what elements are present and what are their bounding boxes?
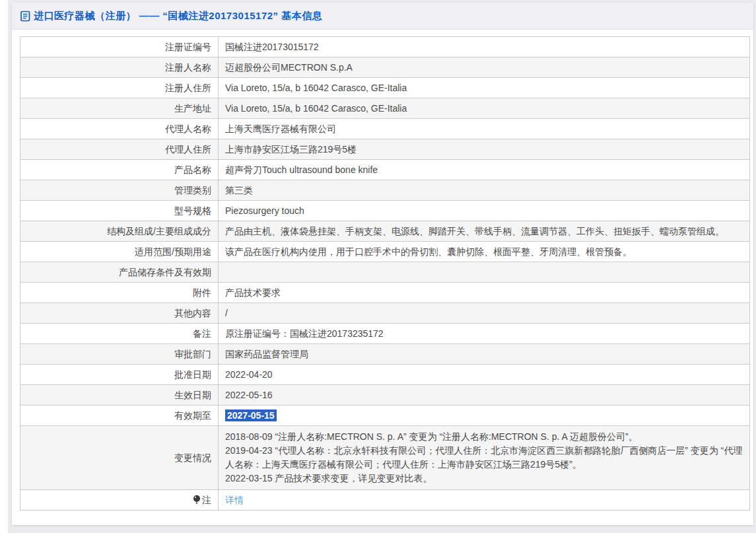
row-value	[219, 262, 750, 283]
row-value: 国械注进20173015172	[219, 37, 750, 57]
page-header: 进口医疗器械（注册） —— “国械注进20173015172” 基本信息	[12, 3, 753, 30]
table-row: 有效期至2027-05-15	[20, 406, 750, 426]
row-value: 上海市静安区江场三路219号5楼	[219, 139, 750, 160]
table-row: 生产地址Via Loreto, 15/a, b 16042 Carasco, G…	[20, 98, 750, 119]
row-label: 附件	[20, 283, 219, 303]
row-label: 注册人住所	[20, 78, 219, 98]
row-label: 批准日期	[20, 365, 219, 385]
selected-text: 2027-05-15	[225, 409, 277, 421]
row-value: /	[219, 303, 750, 324]
table-row: 其他内容/	[20, 303, 750, 324]
table-row: 附件产品技术要求	[20, 283, 750, 303]
table-row: 产品名称超声骨刀Touch ultrasound bone knife	[20, 160, 750, 180]
row-value: Piezosurgery touch	[219, 201, 750, 221]
table-row: 变更情况2018-08-09 “注册人名称:MECTRON S. p. A” 变…	[20, 426, 750, 490]
row-label: 有效期至	[20, 406, 219, 426]
table-row: 注册人住所Via Loreto, 15/a, b 16042 Carasco, …	[20, 78, 750, 98]
table-row: 代理人名称上海天鹰医疗器械有限公司	[20, 119, 750, 139]
row-value: 上海天鹰医疗器械有限公司	[219, 119, 750, 139]
row-label: 产品名称	[20, 160, 219, 180]
row-value: 2018-08-09 “注册人名称:MECTRON S. p. A” 变更为 “…	[219, 426, 750, 490]
table-row: 型号规格Piezosurgery touch	[20, 201, 750, 221]
row-value: 2022-04-20	[219, 365, 750, 385]
document-icon	[20, 11, 30, 22]
row-value: 迈超股份公司MECTRON S.p.A	[219, 57, 750, 78]
change-record-line: 2018-08-09 “注册人名称:MECTRON S. p. A” 变更为 “…	[225, 430, 743, 444]
row-value: 国家药品监督管理局	[219, 344, 750, 365]
row-value: 第三类	[219, 180, 750, 201]
content-panel: 进口医疗器械（注册） —— “国械注进20173015172” 基本信息 注册证…	[12, 3, 753, 525]
row-value: 该产品在医疗机构内使用，用于口腔手术中的骨切割、囊肿切除、根面平整、牙周清理、根…	[219, 242, 750, 262]
row-value: 2022-05-16	[219, 385, 750, 406]
row-value: 详情	[219, 490, 750, 511]
row-label: 代理人名称	[20, 119, 219, 139]
change-record-line: 2019-04-23 “代理人名称：北京永轩科技有限公司；代理人住所：北京市海淀…	[225, 444, 743, 472]
page-title: 进口医疗器械（注册） —— “国械注进20173015172” 基本信息	[34, 10, 322, 22]
table-row: 注册人名称迈超股份公司MECTRON S.p.A	[20, 57, 750, 78]
table-row: 注册证编号国械注进20173015172	[20, 37, 750, 57]
row-value: 2027-05-15	[219, 406, 750, 426]
row-value: Via Loreto, 15/a, b 16042 Carasco, GE-It…	[219, 98, 750, 119]
row-label: 注	[20, 490, 219, 511]
row-value: 产品由主机、液体袋悬挂架、手柄支架、电源线、脚踏开关、带线手柄、流量调节器、工作…	[219, 221, 750, 242]
row-value: 产品技术要求	[219, 283, 750, 303]
table-row: 注详情	[20, 490, 750, 511]
table-row: 管理类别第三类	[20, 180, 750, 201]
row-label: 审批部门	[20, 344, 219, 365]
table-row: 批准日期2022-04-20	[20, 365, 750, 385]
row-label: 产品储存条件及有效期	[20, 262, 219, 283]
table-row: 产品储存条件及有效期	[20, 262, 750, 283]
table-row: 生效日期2022-05-16	[20, 385, 750, 406]
row-value: 超声骨刀Touch ultrasound bone knife	[219, 160, 750, 180]
row-value: Via Loreto, 15/a, b 16042 Carasco, GE-It…	[219, 78, 750, 98]
row-label: 变更情况	[20, 426, 219, 490]
row-label: 备注	[20, 324, 219, 344]
row-label: 注册人名称	[20, 57, 219, 78]
detail-link[interactable]: 详情	[225, 495, 244, 505]
row-label: 生产地址	[20, 98, 219, 119]
row-label: 生效日期	[20, 385, 219, 406]
table-row: 代理人住所上海市静安区江场三路219号5楼	[20, 139, 750, 160]
row-label: 管理类别	[20, 180, 219, 201]
info-table-body: 注册证编号国械注进20173015172注册人名称迈超股份公司MECTRON S…	[20, 37, 750, 511]
row-label: 型号规格	[20, 201, 219, 221]
change-record-line: 2022-03-15 产品技术要求变更，详见变更对比表。	[225, 472, 743, 485]
row-value: 原注册证编号：国械注进20173235172	[219, 324, 750, 344]
balloon-icon	[193, 495, 201, 505]
row-label: 注册证编号	[20, 37, 219, 57]
row-label: 其他内容	[20, 303, 219, 324]
table-row: 备注原注册证编号：国械注进20173235172	[20, 324, 750, 344]
table-row: 适用范围/预期用途该产品在医疗机构内使用，用于口腔手术中的骨切割、囊肿切除、根面…	[20, 242, 750, 262]
row-label: 适用范围/预期用途	[20, 242, 219, 262]
info-table: 注册证编号国械注进20173015172注册人名称迈超股份公司MECTRON S…	[20, 36, 750, 511]
row-label: 代理人住所	[20, 139, 219, 160]
row-label: 结构及组成/主要组成成分	[20, 221, 219, 242]
table-row: 结构及组成/主要组成成分产品由主机、液体袋悬挂架、手柄支架、电源线、脚踏开关、带…	[20, 221, 750, 242]
table-row: 审批部门国家药品监督管理局	[20, 344, 750, 365]
